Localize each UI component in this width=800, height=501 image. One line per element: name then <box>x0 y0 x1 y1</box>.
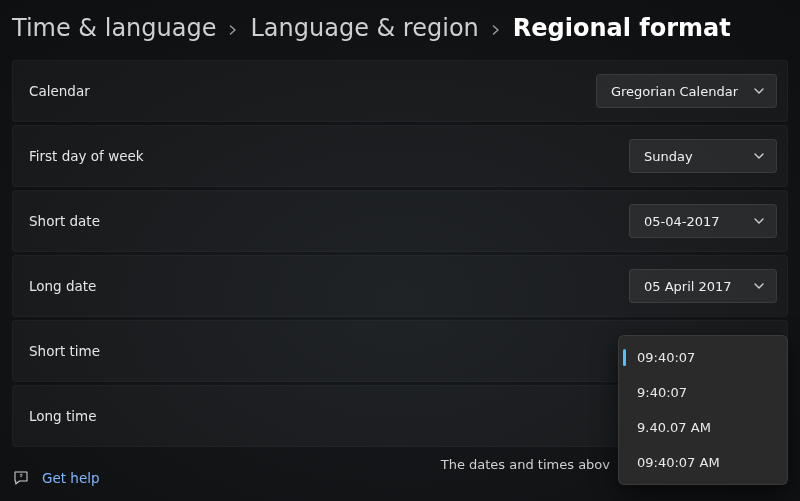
chevron-down-icon <box>754 151 764 161</box>
flyout-option[interactable]: 09:40:07 <box>621 340 785 375</box>
row-label: Long time <box>29 408 96 424</box>
row-label: First day of week <box>29 148 144 164</box>
row-first-day: First day of week Sunday <box>12 125 788 187</box>
get-help-link[interactable]: Get help <box>12 469 100 487</box>
chevron-down-icon <box>754 216 764 226</box>
row-label: Short time <box>29 343 100 359</box>
dropdown-short-date[interactable]: 05-04-2017 <box>629 204 777 238</box>
chevron-down-icon <box>754 86 764 96</box>
dropdown-long-date[interactable]: 05 April 2017 <box>629 269 777 303</box>
chevron-right-icon <box>491 21 501 35</box>
dropdown-value: Gregorian Calendar <box>611 84 738 99</box>
row-label: Long date <box>29 278 96 294</box>
row-short-date: Short date 05-04-2017 <box>12 190 788 252</box>
row-calendar: Calendar Gregorian Calendar <box>12 60 788 122</box>
dropdown-calendar[interactable]: Gregorian Calendar <box>596 74 777 108</box>
row-label: Short date <box>29 213 100 229</box>
get-help-label: Get help <box>42 470 100 486</box>
dropdown-value: 05-04-2017 <box>644 214 720 229</box>
chevron-right-icon <box>228 21 238 35</box>
dropdown-value: 05 April 2017 <box>644 279 732 294</box>
breadcrumb-item-language-region[interactable]: Language & region <box>250 14 478 42</box>
chevron-down-icon <box>754 281 764 291</box>
row-label: Calendar <box>29 83 90 99</box>
help-chat-icon <box>12 469 30 487</box>
flyout-option[interactable]: 9:40:07 <box>621 375 785 410</box>
flyout-option[interactable]: 9.40.07 AM <box>621 410 785 445</box>
dropdown-value: Sunday <box>644 149 693 164</box>
row-long-date: Long date 05 April 2017 <box>12 255 788 317</box>
time-format-flyout[interactable]: 09:40:07 9:40:07 9.40.07 AM 09:40:07 AM <box>618 335 788 485</box>
breadcrumb-item-time-language[interactable]: Time & language <box>12 14 216 42</box>
breadcrumb-item-regional-format: Regional format <box>513 14 731 42</box>
flyout-option[interactable]: 09:40:07 AM <box>621 445 785 480</box>
breadcrumb: Time & language Language & region Region… <box>0 0 800 60</box>
dropdown-first-day[interactable]: Sunday <box>629 139 777 173</box>
